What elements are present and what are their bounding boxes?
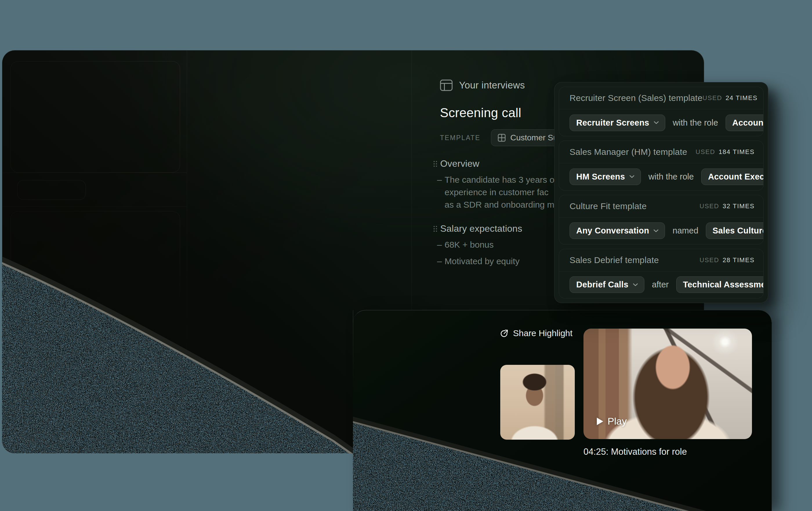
template-section-culture-fit: Culture Fit template USED 32 TIMES Any C… bbox=[559, 195, 763, 245]
overview-bullets: – The candidate has 3 years o experience… bbox=[437, 173, 554, 211]
ghost-divider-2 bbox=[2, 206, 187, 207]
bullet-line: The candidate has 3 years o bbox=[444, 173, 554, 186]
column-divider-right bbox=[411, 51, 412, 310]
conversation-type-dropdown[interactable]: Any Conversation bbox=[570, 222, 665, 239]
column-divider-left bbox=[187, 51, 187, 453]
role-dropdown[interactable]: Account Exec bbox=[726, 115, 763, 131]
chevron-down-icon bbox=[633, 283, 638, 286]
stage: Your interviews Screening call TEMPLATE … bbox=[0, 0, 812, 511]
play-button[interactable]: Play bbox=[597, 416, 627, 427]
bullet-item: – The candidate has 3 years o experience… bbox=[437, 173, 554, 211]
highlight-video-thumbnail[interactable]: Play bbox=[583, 329, 752, 439]
bullet-line: Motivated by equity bbox=[444, 255, 519, 267]
stage-dropdown[interactable]: Technical Assessment bbox=[676, 276, 763, 293]
call-title: Screening call bbox=[440, 106, 521, 120]
drag-handle-icon[interactable] bbox=[433, 226, 437, 232]
rule-connector: after bbox=[652, 280, 669, 289]
template-title: Recruiter Screen (Sales) template bbox=[570, 93, 702, 103]
bullet-line: experience in customer fac bbox=[444, 186, 554, 198]
chevron-down-icon bbox=[630, 175, 634, 178]
conversation-type-dropdown[interactable]: Recruiter Screens bbox=[570, 115, 665, 131]
bullet-line: as a SDR and onboarding m bbox=[444, 198, 554, 211]
section-heading: Salary expectations bbox=[440, 223, 522, 234]
chevron-down-icon bbox=[654, 121, 659, 124]
rule-connector: with the role bbox=[673, 118, 718, 127]
template-label: TEMPLATE bbox=[440, 134, 481, 142]
role-dropdown[interactable]: Account Exec bbox=[701, 169, 763, 185]
usage-badge: USED 184 TIMES bbox=[695, 148, 755, 156]
highlight-caption: 04:25: Motivations for role bbox=[583, 447, 687, 457]
section-heading: Overview bbox=[440, 158, 480, 169]
conversation-type-dropdown[interactable]: Debrief Calls bbox=[570, 276, 644, 293]
usage-badge: USED 28 TIMES bbox=[699, 256, 755, 264]
ghost-panel-top bbox=[10, 61, 180, 173]
name-dropdown[interactable]: Sales Culture bbox=[706, 222, 763, 239]
usage-badge: USED 32 TIMES bbox=[699, 202, 755, 210]
share-highlight-label: Share Highlight bbox=[513, 328, 573, 338]
rule-connector: named bbox=[672, 226, 698, 235]
participant-video-thumbnail[interactable] bbox=[500, 365, 575, 439]
share-highlight-button[interactable]: Share Highlight bbox=[500, 328, 573, 338]
salary-bullets: – 68K + bonus – Motivated by equity bbox=[437, 238, 519, 267]
ghost-panel-bottom bbox=[10, 211, 180, 307]
share-icon bbox=[500, 329, 509, 338]
chevron-down-icon bbox=[654, 229, 658, 232]
templates-card: Recruiter Screen (Sales) template USED 2… bbox=[554, 82, 768, 303]
note-section-salary: Salary expectations bbox=[433, 223, 522, 234]
template-title: Sales Debrief template bbox=[570, 255, 659, 265]
layout-icon bbox=[440, 80, 453, 91]
highlight-panel: Share Highlight Play 04:25: Motivations … bbox=[353, 310, 772, 511]
grid-icon bbox=[498, 134, 506, 142]
drag-handle-icon[interactable] bbox=[433, 161, 437, 167]
your-interviews-header: Your interviews bbox=[440, 80, 525, 91]
play-icon bbox=[597, 418, 603, 425]
conversation-type-dropdown[interactable]: HM Screens bbox=[570, 169, 641, 185]
template-section-sales-manager: Sales Manager (HM) template USED 184 TIM… bbox=[559, 141, 763, 190]
template-title: Culture Fit template bbox=[570, 201, 647, 211]
ghost-button bbox=[17, 180, 86, 200]
rule-connector: with the role bbox=[648, 172, 694, 181]
bullet-item: – Motivated by equity bbox=[437, 255, 519, 267]
bullet-line: 68K + bonus bbox=[444, 238, 494, 251]
page-title: Your interviews bbox=[459, 80, 525, 91]
template-section-sales-debrief: Sales Debrief template USED 28 TIMES Deb… bbox=[559, 249, 763, 299]
play-label: Play bbox=[608, 416, 627, 427]
template-title: Sales Manager (HM) template bbox=[570, 147, 687, 157]
note-section-overview: Overview bbox=[433, 158, 480, 169]
bullet-item: – 68K + bonus bbox=[437, 238, 519, 251]
usage-badge: USED 24 TIMES bbox=[702, 94, 757, 102]
template-section-recruiter-screen: Recruiter Screen (Sales) template USED 2… bbox=[559, 87, 763, 136]
